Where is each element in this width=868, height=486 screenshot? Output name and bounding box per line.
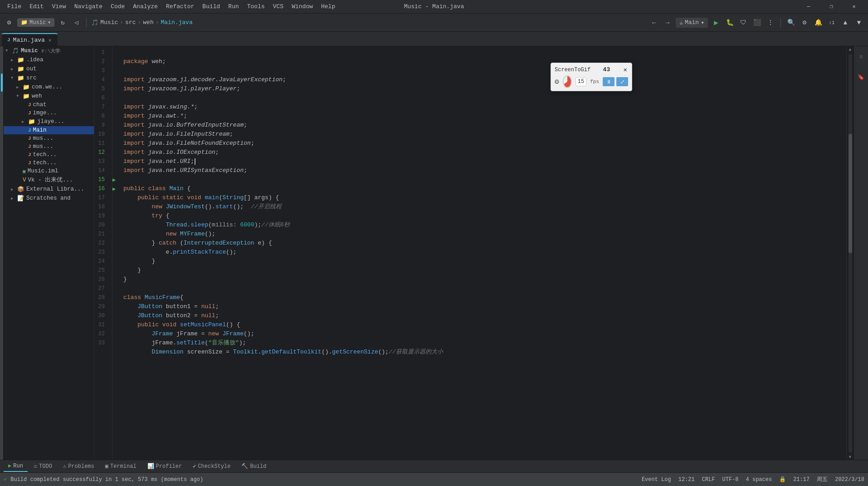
menu-edit[interactable]: Edit [26,2,47,11]
breadcrumb-src[interactable]: src [125,19,136,26]
tab-checkstyle[interactable]: ✔ CheckStyle [188,461,235,471]
breadcrumb: 🎵 Music › src › weh › Main.java [91,19,192,26]
tab-run[interactable]: ▶ Run [4,461,28,472]
project-tree[interactable]: ▼ 🎵 Music F:\大学 ▶ 📁 .idea ▶ 📁 out ▼ 📁 sr… [4,46,94,460]
java-file-icon: J [28,152,31,157]
line-num-6: 6 [94,93,108,103]
tab-main-java[interactable]: J Main.java ✕ [2,33,58,46]
more-actions-icon[interactable]: ⋮ [765,17,776,28]
menu-refactor[interactable]: Refactor [162,2,198,11]
maximize-button[interactable]: ❐ [821,0,842,14]
gutter-15[interactable]: ▶ [112,175,120,184]
breadcrumb-project[interactable]: Music [100,19,118,26]
tree-root[interactable]: ▼ 🎵 Music F:\大学 [4,46,94,55]
gutter-16[interactable]: ▶ [112,184,120,193]
tree-weh[interactable]: ▼ 📁 weh [4,92,94,101]
structure-icon[interactable]: ≡ [854,50,868,64]
tab-terminal[interactable]: ▣ Terminal [101,461,141,471]
folder-icon: 📁 [17,65,24,73]
run-indicator-16[interactable]: ▶ [112,186,116,192]
run-tab-icon: ▶ [8,462,11,469]
tab-todo[interactable]: ☑ TODO [29,461,57,471]
run-button[interactable]: ▶ [711,17,722,28]
menu-run[interactable]: Run [224,2,242,11]
tree-chat[interactable]: ▶ J chat [4,101,94,109]
scroll-up-arrow[interactable]: ▲ [848,47,851,52]
menu-code[interactable]: Code [107,2,128,11]
menu-build[interactable]: Build [199,2,224,11]
line-col-indicator[interactable]: 12:21 [678,476,695,483]
line-num-8: 8 [94,112,108,121]
tab-profiler[interactable]: 📊 Profiler [143,461,187,471]
tree-music-iml[interactable]: ▶ ▣ Music.iml [4,167,94,175]
menu-window[interactable]: Window [288,2,317,11]
menu-navigate[interactable]: Navigate [71,2,106,11]
tree-jlaye[interactable]: ▶ 📁 jlaye... [4,117,94,126]
back-icon[interactable]: ← [649,17,659,28]
project-selector[interactable]: 📁 Music ▾ [17,18,54,27]
search-everywhere-icon[interactable]: 🔍 [785,17,796,28]
up-arrow-icon[interactable]: ▲ [840,17,851,28]
indent-indicator[interactable]: 4 spaces [746,476,772,483]
stg-pause-button[interactable]: ⏸ [603,77,614,86]
expand-icon: ▼ [11,76,15,80]
tree-scratches[interactable]: ▶ 📝 Scratches and [4,194,94,203]
menu-tools[interactable]: Tools [244,2,268,11]
tree-imge[interactable]: ▶ J imge... [4,109,94,117]
right-scrollbar[interactable]: ▲ ▼ [846,46,853,460]
run-configuration[interactable]: ☕ Main ▾ [676,18,708,28]
stg-fps-box[interactable]: 15 [575,77,586,86]
sync-icon[interactable]: ↻ [57,17,68,28]
tree-out[interactable]: ▶ 📁 out [4,64,94,74]
bookmark-icon[interactable]: 🔖 [854,70,868,84]
scroll-track[interactable] [848,54,852,453]
coverage-button[interactable]: 🛡 [738,17,749,28]
menu-help[interactable]: Help [317,2,339,11]
scroll-down-arrow[interactable]: ▼ [848,455,851,460]
line-sep-indicator[interactable]: CRLF [702,476,715,483]
tree-external[interactable]: ▶ 📦 External Libra... [4,185,94,194]
tab-close-button[interactable]: ✕ [48,37,53,44]
tree-mus1[interactable]: ▶ J mus... [4,134,94,142]
history-icon[interactable]: ◁ [71,17,82,28]
settings-icon[interactable]: ⚙ [4,17,15,28]
code-editor[interactable]: 1 2 3 4 5 6 7 8 9 10 11 12 13 14 15 16 1… [94,46,853,460]
encoding-indicator[interactable]: UTF-8 [722,476,739,483]
minimize-button[interactable]: — [798,0,819,14]
breadcrumb-file[interactable]: Main.java [161,19,193,26]
code-content[interactable]: package weh; import javazoom.jl.decoder.… [120,46,846,460]
notifications-icon[interactable]: 🔔 [813,17,824,28]
tree-idea[interactable]: ▶ 📁 .idea [4,55,94,64]
run-indicator-15[interactable]: ▶ [112,177,116,183]
down-arrow-icon[interactable]: ▼ [853,17,864,28]
tree-vk[interactable]: ▶ V Vk - 出来优... [4,175,94,185]
tab-problems[interactable]: ⚠ Problems [59,461,99,471]
gutter-12 [112,148,120,157]
stg-close-button[interactable]: ✕ [623,66,628,74]
menu-analyze[interactable]: Analyze [129,2,161,11]
gutter-9 [112,121,120,130]
tree-tech2[interactable]: ▶ J tech... [4,159,94,167]
tab-build[interactable]: 🔨 Build [237,461,271,471]
code-line-12: import java.net.URI; [123,158,195,165]
forward-icon[interactable]: → [662,17,673,28]
breadcrumb-weh[interactable]: weh [143,19,153,26]
tree-src[interactable]: ▼ 📁 src [4,74,94,83]
tree-tech1[interactable]: ▶ J tech... [4,151,94,159]
tree-com[interactable]: ▶ 📁 com.we... [4,83,94,92]
line-nav-icon[interactable]: ↕1 [826,17,837,28]
tree-mus2[interactable]: ▶ J mus... [4,142,94,151]
gutter-4 [112,75,120,84]
stop-button[interactable]: ⬛ [751,17,762,28]
debug-button[interactable]: 🐛 [724,17,735,28]
menu-vcs[interactable]: VCS [269,2,287,11]
menu-file[interactable]: File [4,2,25,11]
close-button[interactable]: ✕ [844,0,864,14]
settings-icon-2[interactable]: ⚙ [799,17,810,28]
stg-expand-button[interactable]: ⤢ [616,77,628,86]
stg-settings-icon[interactable]: ⚙ [555,77,559,86]
menu-view[interactable]: View [48,2,69,11]
event-log-label[interactable]: Event Log [642,476,671,483]
stg-fps-value: 15 [578,79,584,85]
tree-main[interactable]: ▶ J Main [4,126,94,134]
